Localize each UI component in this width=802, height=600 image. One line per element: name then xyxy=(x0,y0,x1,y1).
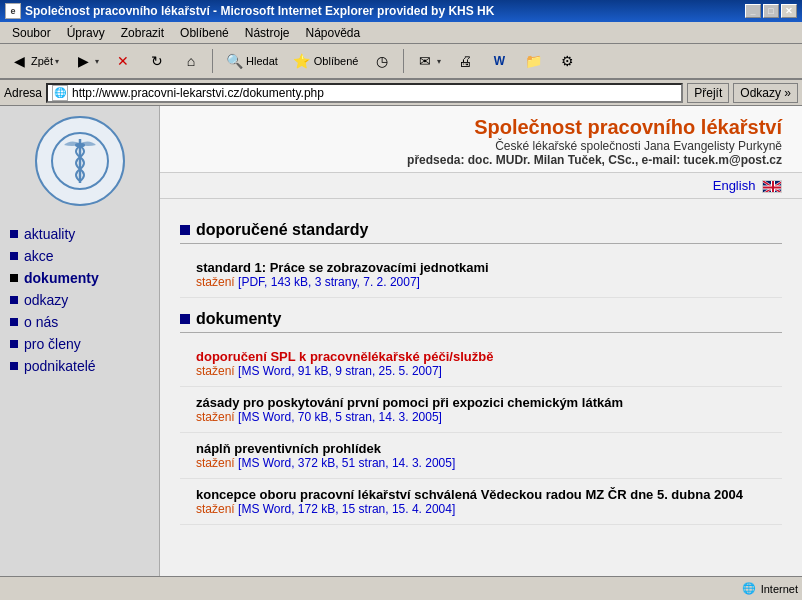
doc-item-spl: doporučení SPL k pracovnělékařské péči/s… xyxy=(180,341,782,387)
toolbar: ◀ Zpět ▾ ▶ ▾ ✕ ↻ ⌂ 🔍 Hledat ⭐ Oblíbené ◷… xyxy=(0,44,802,80)
site-subtitle: České lékařské společnosti Jana Evangeli… xyxy=(180,139,782,153)
english-label: English xyxy=(713,178,756,193)
doc-download-spl: stažení [MS Word, 91 kB, 9 stran, 25. 5.… xyxy=(196,364,772,378)
nav-bullet-podnikatele xyxy=(10,362,18,370)
site-logo xyxy=(35,116,125,206)
menu-napoveda[interactable]: Nápověda xyxy=(297,24,368,42)
site-contact: předseda: doc. MUDr. Milan Tuček, CSc., … xyxy=(180,153,782,167)
sidebar: aktuality akce dokumenty odkazy o nás pr… xyxy=(0,106,160,576)
home-icon: ⌂ xyxy=(181,51,201,71)
window-controls[interactable]: _ □ ✕ xyxy=(745,4,797,18)
sidebar-item-pro-cleny-label: pro členy xyxy=(24,336,81,352)
section-standardy-header: doporučené standardy xyxy=(180,221,782,244)
history-icon: ◷ xyxy=(372,51,392,71)
sidebar-item-podnikatele-label: podnikatelé xyxy=(24,358,96,374)
section-dokumenty-header: dokumenty xyxy=(180,310,782,333)
forward-button[interactable]: ▶ ▾ xyxy=(68,47,104,75)
favorites-icon: ⭐ xyxy=(292,51,312,71)
menu-soubor[interactable]: Soubor xyxy=(4,24,59,42)
close-button[interactable]: ✕ xyxy=(781,4,797,18)
site-header: Společnost pracovního lékařství České lé… xyxy=(160,106,802,173)
doc-download-zasady: stažení [MS Word, 70 kB, 5 stran, 14. 3.… xyxy=(196,410,772,424)
doc-item-napin: náplň preventivních prohlídek stažení [M… xyxy=(180,433,782,479)
sidebar-item-o-nas[interactable]: o nás xyxy=(10,314,149,330)
doc-title-napin: náplň preventivních prohlídek xyxy=(196,441,772,456)
content-inner: doporučené standardy standard 1: Práce s… xyxy=(160,199,802,535)
word-icon: W xyxy=(489,51,509,71)
doc-meta-koncepce: [MS Word, 172 kB, 15 stran, 15. 4. 2004] xyxy=(238,502,455,516)
links-button[interactable]: Odkazy » xyxy=(733,83,798,103)
favorites-button[interactable]: ⭐ Oblíbené xyxy=(287,47,364,75)
english-link[interactable]: English xyxy=(713,178,782,193)
sidebar-item-odkazy[interactable]: odkazy xyxy=(10,292,149,308)
print-button[interactable]: 🖨 xyxy=(450,47,480,75)
go-button[interactable]: Přejít xyxy=(687,83,729,103)
nav-bullet-o-nas xyxy=(10,318,18,326)
menu-upravy[interactable]: Úpravy xyxy=(59,24,113,42)
page-icon: 🌐 xyxy=(52,85,68,101)
forward-arrow-icon: ▾ xyxy=(95,57,99,66)
word-button[interactable]: W xyxy=(484,47,514,75)
folder-button[interactable]: 📁 xyxy=(518,47,548,75)
address-input[interactable] xyxy=(72,86,677,100)
sidebar-item-podnikatele[interactable]: podnikatelé xyxy=(10,358,149,374)
doc-meta-zasady: [MS Word, 70 kB, 5 stran, 14. 3. 2005] xyxy=(238,410,442,424)
download-label-spl[interactable]: stažení xyxy=(196,364,235,378)
forward-icon: ▶ xyxy=(73,51,93,71)
svg-rect-12 xyxy=(763,187,782,189)
back-arrow-icon: ▾ xyxy=(55,57,59,66)
back-button[interactable]: ◀ Zpět ▾ xyxy=(4,47,64,75)
sidebar-item-aktuality[interactable]: aktuality xyxy=(10,226,149,242)
doc-meta-standard1: [PDF, 143 kB, 3 strany, 7. 2. 2007] xyxy=(238,275,420,289)
sidebar-item-dokumenty-label: dokumenty xyxy=(24,270,99,286)
doc-meta-spl: [MS Word, 91 kB, 9 stran, 25. 5. 2007] xyxy=(238,364,442,378)
nav-bullet-pro-cleny xyxy=(10,340,18,348)
sidebar-item-aktuality-label: aktuality xyxy=(24,226,75,242)
sidebar-item-pro-cleny[interactable]: pro členy xyxy=(10,336,149,352)
download-label-standard1[interactable]: stažení xyxy=(196,275,235,289)
menu-oblibene[interactable]: Oblíbené xyxy=(172,24,237,42)
sidebar-item-odkazy-label: odkazy xyxy=(24,292,68,308)
download-label-koncepce[interactable]: stažení xyxy=(196,502,235,516)
download-label-zasady[interactable]: stažení xyxy=(196,410,235,424)
menu-zobrazit[interactable]: Zobrazit xyxy=(113,24,172,42)
sidebar-item-o-nas-label: o nás xyxy=(24,314,58,330)
search-icon: 🔍 xyxy=(224,51,244,71)
doc-title-spl[interactable]: doporučení SPL k pracovnělékařské péči/s… xyxy=(196,349,772,364)
doc-item-standard1: standard 1: Práce se zobrazovacími jedno… xyxy=(180,252,782,298)
doc-download-koncepce: stažení [MS Word, 172 kB, 15 stran, 15. … xyxy=(196,502,772,516)
internet-zone-icon: 🌐 xyxy=(741,581,757,597)
search-button[interactable]: 🔍 Hledat xyxy=(219,47,283,75)
settings-button[interactable]: ⚙ xyxy=(552,47,582,75)
mail-button[interactable]: ✉ ▾ xyxy=(410,47,446,75)
doc-title-standard1: standard 1: Práce se zobrazovacími jedno… xyxy=(196,260,772,275)
logo-svg xyxy=(50,131,110,191)
svg-point-3 xyxy=(79,143,85,147)
sidebar-item-dokumenty[interactable]: dokumenty xyxy=(10,270,149,286)
zone-label: Internet xyxy=(761,583,798,595)
history-button[interactable]: ◷ xyxy=(367,47,397,75)
minimize-button[interactable]: _ xyxy=(745,4,761,18)
folder-icon: 📁 xyxy=(523,51,543,71)
address-bar: Adresa 🌐 Přejít Odkazy » xyxy=(0,80,802,106)
nav-bullet-aktuality xyxy=(10,230,18,238)
download-label-napin[interactable]: stažení xyxy=(196,456,235,470)
doc-meta-napin: [MS Word, 372 kB, 51 stran, 14. 3. 2005] xyxy=(238,456,455,470)
section-standardy-title: doporučené standardy xyxy=(196,221,368,239)
window-title-left: e Společnost pracovního lékařství - Micr… xyxy=(5,3,494,19)
menu-nastroje[interactable]: Nástroje xyxy=(237,24,298,42)
favorites-label: Oblíbené xyxy=(314,55,359,67)
home-button[interactable]: ⌂ xyxy=(176,47,206,75)
window-title-bar: e Společnost pracovního lékařství - Micr… xyxy=(0,0,802,22)
address-label: Adresa xyxy=(4,86,42,100)
refresh-icon: ↻ xyxy=(147,51,167,71)
sidebar-item-akce-label: akce xyxy=(24,248,54,264)
maximize-button[interactable]: □ xyxy=(763,4,779,18)
sidebar-item-akce[interactable]: akce xyxy=(10,248,149,264)
main-content: Společnost pracovního lékařství České lé… xyxy=(160,106,802,576)
refresh-button[interactable]: ↻ xyxy=(142,47,172,75)
section-square-dokumenty xyxy=(180,314,190,324)
doc-item-zasady: zásady pro poskytování první pomoci při … xyxy=(180,387,782,433)
mail-arrow-icon: ▾ xyxy=(437,57,441,66)
stop-button[interactable]: ✕ xyxy=(108,47,138,75)
